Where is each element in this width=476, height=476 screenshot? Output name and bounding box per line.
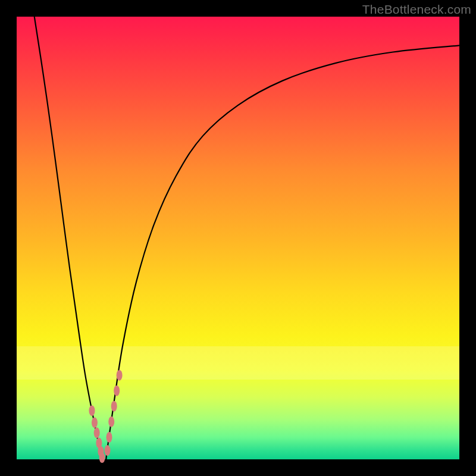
- data-marker: [114, 386, 120, 396]
- curve-left-curve: [35, 17, 102, 459]
- data-marker: [111, 401, 117, 412]
- data-marker: [108, 416, 114, 427]
- data-marker: [99, 452, 105, 463]
- data-marker: [92, 417, 98, 428]
- plot-area: [17, 17, 459, 459]
- marker-layer: [89, 370, 122, 463]
- curve-right-curve: [106, 45, 459, 459]
- curve-layer: [35, 17, 459, 459]
- data-marker: [105, 445, 111, 456]
- chart-svg: [17, 17, 459, 459]
- data-marker: [89, 405, 95, 416]
- watermark-text: TheBottleneck.com: [362, 2, 471, 17]
- data-marker: [94, 427, 100, 438]
- data-marker: [107, 432, 112, 443]
- data-marker: [117, 370, 123, 381]
